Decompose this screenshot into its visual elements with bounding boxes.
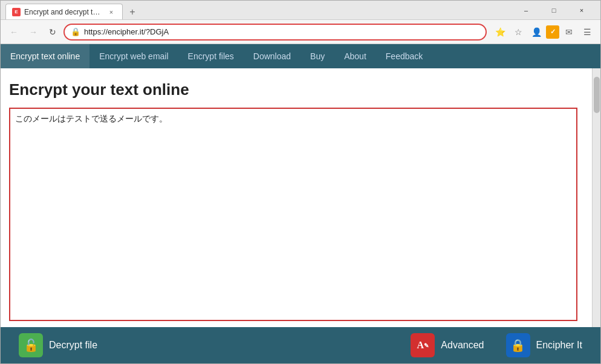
scrollbar[interactable] [592,68,600,327]
site-nav: Encrypt text online Encrypt web email En… [1,44,600,68]
mail-icon[interactable]: ✉ [560,24,577,41]
address-bar[interactable]: 🔒 [63,24,487,41]
tab-favicon: E [12,8,21,16]
encipher-label: Encipher It [536,340,582,351]
addon-icon[interactable]: ✓ [546,25,559,39]
browser-window: E Encrypt and decrypt text c... × + – □ … [0,0,601,364]
nav-item-buy[interactable]: Buy [300,44,334,68]
forward-button[interactable]: → [25,24,42,41]
titlebar: E Encrypt and decrypt text c... × + – □ … [1,1,600,20]
text-area-wrap [9,108,577,321]
maximize-button[interactable]: □ [540,1,568,20]
bookmark-icon[interactable]: ☆ [510,24,527,41]
tab-bar: E Encrypt and decrypt text c... × + [5,1,512,19]
advanced-label: Advanced [441,340,484,351]
main-content: Encrypt your text online [1,68,592,327]
decrypt-file-button[interactable]: 🔓 Decrypt file [8,327,108,363]
nav-item-about[interactable]: About [334,44,376,68]
refresh-button[interactable]: ↻ [44,24,61,41]
scroll-thumb[interactable] [594,77,600,113]
page-heading: Encrypt your text online [9,80,577,99]
encipher-icon: 🔒 [506,333,530,357]
nav-item-encrypt-files[interactable]: Encrypt files [178,44,244,68]
bottom-bar: 🔓 Decrypt file A✎ Advanced 🔒 Encipher It [1,327,600,363]
decrypt-label: Decrypt file [49,340,97,351]
nav-item-encrypt-email[interactable]: Encrypt web email [89,44,178,68]
menu-button[interactable]: ☰ [579,24,596,41]
window-controls: – □ × [512,1,596,20]
tab-title: Encrypt and decrypt text c... [24,8,103,16]
minimize-button[interactable]: – [512,1,540,20]
back-button[interactable]: ← [5,24,22,41]
ssl-lock-icon: 🔒 [71,27,80,36]
new-tab-button[interactable]: + [125,5,140,19]
encrypt-textarea[interactable] [9,108,577,321]
url-input[interactable] [84,27,479,36]
nav-item-download[interactable]: Download [244,44,300,68]
toolbar-icons: ⭐ ☆ 👤 ✓ ✉ ☰ [492,24,596,41]
extensions-icon[interactable]: ⭐ [492,24,508,41]
profile-icon[interactable]: 👤 [528,24,545,41]
advanced-icon: A✎ [411,333,435,357]
advanced-button[interactable]: A✎ Advanced [400,327,495,363]
navbar: ← → ↻ 🔒 ⭐ ☆ 👤 ✓ ✉ ☰ [1,20,600,44]
decrypt-icon: 🔓 [19,333,43,357]
tab-close-button[interactable]: × [106,7,116,17]
close-button[interactable]: × [568,1,596,20]
nav-item-encrypt-text[interactable]: Encrypt text online [1,44,89,68]
encipher-button[interactable]: 🔒 Encipher It [495,327,593,363]
nav-item-feedback[interactable]: Feedback [376,44,432,68]
browser-tab[interactable]: E Encrypt and decrypt text c... × [5,4,123,19]
